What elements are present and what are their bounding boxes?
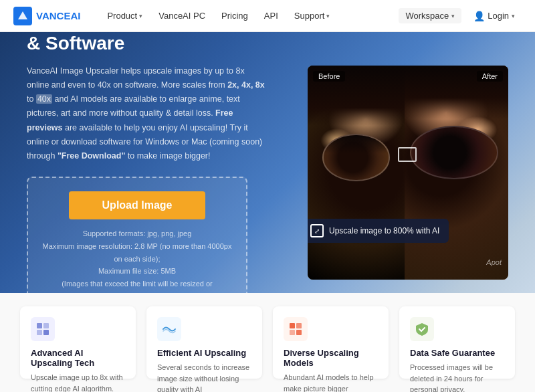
feature-desc-data-safe: Processed images will be deleted in 24 h… [410, 362, 504, 392]
feature-title-diverse: Diverse Upscaling Models [284, 348, 378, 368]
selection-box [398, 147, 417, 162]
svg-marker-0 [18, 11, 27, 19]
feature-card-efficient: Efficient AI Upscaling Several seconds t… [146, 306, 262, 379]
data-safe-icon [410, 317, 434, 341]
feature-title-data-safe: Data Safe Guarantee [410, 348, 504, 358]
login-button[interactable]: 👤 Login ▾ [467, 8, 522, 24]
free-download-text: "Free Download" [58, 151, 125, 161]
upscale-expand-icon: ⤢ [310, 224, 324, 237]
svg-rect-8 [296, 330, 302, 335]
ai-upscale-icon [31, 317, 55, 341]
before-eye [322, 134, 391, 181]
after-eye [410, 126, 498, 179]
logo-vance: VANCE [36, 10, 70, 21]
user-icon: 👤 [473, 11, 485, 21]
scales-text: 2x, 4x, 8x [227, 80, 265, 90]
max-size: Maximum file size: 5MB [41, 265, 233, 278]
svg-rect-5 [290, 323, 295, 328]
support-chevron-icon: ▾ [326, 13, 330, 19]
feature-desc-efficient: Several seconds to increase image size w… [157, 362, 251, 392]
nav-support[interactable]: Support ▾ [288, 8, 337, 23]
hero-right: Before After Apot ⤢ Upscale image to 800… [268, 32, 508, 293]
logo[interactable]: VANCEAI [13, 7, 80, 25]
logo-icon [13, 7, 32, 25]
before-after-image: Before After Apot ⤢ Upscale image to 800… [308, 66, 508, 280]
diverse-icon [284, 317, 308, 341]
svg-rect-1 [37, 323, 42, 328]
feature-title-advanced: Advanced AI Upscaling Tech [31, 348, 125, 368]
logo-ai: AI [70, 10, 80, 21]
hero-title: AI Image Upscaler: Online & Software [27, 32, 268, 55]
highlight-40x: 40x [36, 94, 52, 104]
upload-image-button[interactable]: Upload Image [69, 191, 206, 219]
before-label: Before [313, 71, 345, 82]
supported-formats: Supported formats: jpg, png, jpeg [41, 227, 233, 240]
feature-card-data-safe: Data Safe Guarantee Processed images wil… [399, 306, 515, 379]
navbar: VANCEAI Product ▾ VanceAI PC Pricing API… [0, 0, 535, 32]
svg-rect-3 [37, 330, 42, 335]
watermark-text: Apot [486, 258, 502, 266]
feature-card-diverse: Diverse Upscaling Models Abundant AI mod… [273, 306, 389, 379]
workspace-button[interactable]: Workspace ▾ [399, 8, 461, 23]
after-label: After [477, 71, 503, 82]
size-note: (Images that exceed the limit will be re… [41, 278, 233, 293]
feature-desc-advanced: Upscale image up to 8x with cutting edge… [31, 372, 125, 392]
max-resolution: Maximum image resolution: 2.8 MP (no mor… [41, 240, 233, 265]
login-chevron-icon: ▾ [512, 13, 515, 19]
nav-product[interactable]: Product ▾ [100, 8, 149, 23]
nav-vanceai-pc[interactable]: VanceAI PC [152, 8, 212, 23]
free-previews-text: Free previews [27, 108, 233, 132]
logo-text: VANCEAI [36, 10, 80, 21]
feature-card-advanced: Advanced AI Upscaling Tech Upscale image… [20, 306, 136, 379]
hero-left: AI Image Upscaler: Online & Software Van… [27, 32, 268, 293]
nav-links: Product ▾ VanceAI PC Pricing API Support… [100, 8, 399, 23]
upscale-tooltip-text: Upscale image to 800% with AI [329, 226, 439, 235]
workspace-chevron-icon: ▾ [451, 13, 455, 19]
efficient-icon [157, 317, 181, 341]
feature-title-efficient: Efficient AI Upscaling [157, 348, 251, 358]
upscale-tooltip: ⤢ Upscale image to 800% with AI [308, 219, 449, 243]
hero-description: VanceAI Image Upscaler helps upscale ima… [27, 64, 268, 164]
after-image: After Apot [405, 66, 508, 280]
nav-api[interactable]: API [257, 8, 285, 23]
nav-right: Workspace ▾ 👤 Login ▾ [399, 8, 522, 24]
upload-box: Upload Image Supported formats: jpg, png… [27, 177, 247, 293]
feature-desc-diverse: Abundant AI models to help make picture … [284, 372, 378, 392]
features-section: Advanced AI Upscaling Tech Upscale image… [0, 293, 535, 392]
svg-rect-7 [290, 330, 295, 335]
upload-info: Supported formats: jpg, png, jpeg Maximu… [41, 227, 233, 293]
svg-rect-4 [43, 330, 49, 335]
nav-pricing[interactable]: Pricing [215, 8, 255, 23]
product-chevron-icon: ▾ [139, 13, 142, 19]
before-image: Before [308, 66, 405, 280]
hero-section: AI Image Upscaler: Online & Software Van… [0, 32, 535, 293]
svg-rect-2 [43, 323, 49, 328]
svg-rect-6 [296, 323, 302, 328]
